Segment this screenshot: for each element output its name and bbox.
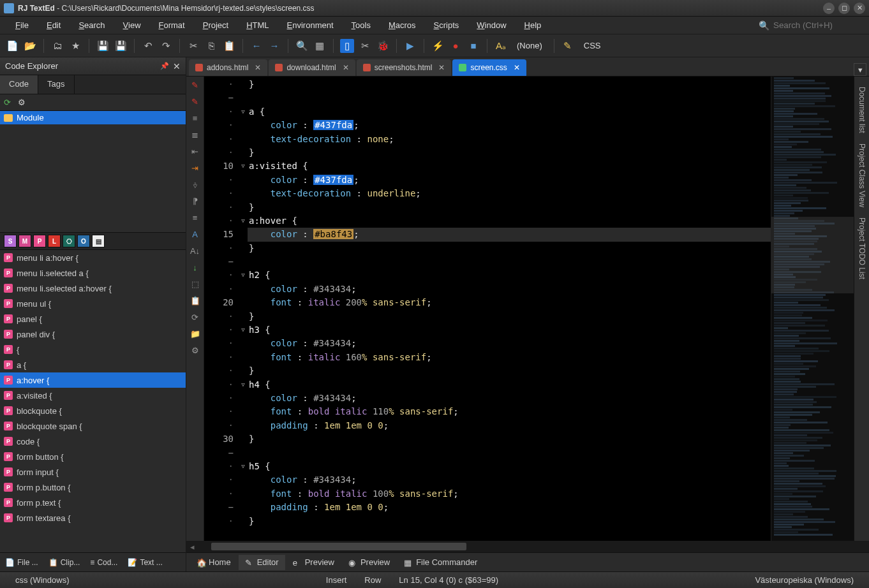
vicon[interactable]: 📋 xyxy=(189,295,201,306)
list-item[interactable]: Ppanel { xyxy=(0,311,186,327)
favorite-icon[interactable]: ★ xyxy=(68,39,82,53)
minimap-viewport[interactable] xyxy=(771,217,854,293)
gear-icon[interactable]: ⚙ xyxy=(18,98,28,108)
doc-tab[interactable]: screenshots.html✕ xyxy=(357,59,452,76)
horizontal-scrollbar[interactable]: ◂ xyxy=(186,541,869,552)
vicon[interactable]: ✎ xyxy=(189,96,201,107)
vicon[interactable]: ⚙ xyxy=(189,344,201,356)
scheme-icon[interactable]: Aₐ xyxy=(494,39,508,53)
run-icon[interactable]: ▶ xyxy=(403,39,417,53)
back-icon[interactable]: ← xyxy=(249,39,264,53)
list-item[interactable]: Pform input { xyxy=(0,464,186,480)
filter-badge[interactable]: ⎔ xyxy=(63,235,75,247)
bottom-tab-home[interactable]: 🏠Home xyxy=(190,555,237,570)
folder-icon[interactable]: 🗂 xyxy=(50,39,64,53)
bottom-tab-preview[interactable]: ePreview xyxy=(286,555,341,570)
cut-icon[interactable]: ✂ xyxy=(186,39,200,53)
list-item[interactable]: Pblockquote span { xyxy=(0,418,186,434)
menu-window[interactable]: Window xyxy=(468,18,515,33)
tree-item-module[interactable]: Module xyxy=(0,111,186,124)
search-input[interactable] xyxy=(773,20,863,30)
list-item[interactable]: Pmenu li.selected a:hover { xyxy=(0,281,186,296)
bottom-tab-editor[interactable]: ✎Editor xyxy=(239,555,285,570)
list-item[interactable]: Pform textarea { xyxy=(0,510,186,526)
rail-tab[interactable]: Project Class View xyxy=(858,138,866,212)
filter-badge[interactable]: ▤ xyxy=(92,235,105,247)
filter-badge[interactable]: L xyxy=(48,235,61,247)
vicon[interactable]: ⁋ xyxy=(189,195,201,207)
vicon[interactable]: ≡ xyxy=(189,112,201,124)
zoom-icon[interactable]: 🔍 xyxy=(295,39,309,53)
bottom-tab-preview[interactable]: ◉Preview xyxy=(342,555,396,570)
maximize-button[interactable]: ◻ xyxy=(838,3,850,14)
bottom-tab-file-commander[interactable]: ▦File Commander xyxy=(397,555,484,570)
menu-file[interactable]: File xyxy=(6,18,38,33)
list-item[interactable]: Pmenu li a:hover { xyxy=(0,250,186,265)
highlight-icon[interactable]: ▦ xyxy=(313,39,327,53)
bolt-icon[interactable]: ⚡ xyxy=(431,39,445,53)
record-icon[interactable]: ● xyxy=(449,39,463,53)
left-bottom-tab[interactable]: 📄File ... xyxy=(0,555,43,570)
close-tab-icon[interactable]: ✕ xyxy=(514,63,520,72)
left-bottom-tab[interactable]: 📋Clip... xyxy=(43,555,85,570)
panel-tab-code[interactable]: Code xyxy=(0,75,38,94)
vicon[interactable]: ≡ xyxy=(189,212,201,223)
list-item[interactable]: Ppanel div { xyxy=(0,327,186,342)
list-item[interactable]: Pa:hover { xyxy=(0,372,186,388)
panel-close-icon[interactable]: ✕ xyxy=(173,61,181,71)
doc-tab[interactable]: screen.css✕ xyxy=(452,59,526,76)
list-item[interactable]: Pform p.text { xyxy=(0,495,186,510)
list-item[interactable]: Pblockquote { xyxy=(0,403,186,418)
list-item[interactable]: Pa { xyxy=(0,357,186,372)
menu-macros[interactable]: Macros xyxy=(380,18,425,33)
menu-project[interactable]: Project xyxy=(194,18,237,33)
vicon[interactable]: ⎀ xyxy=(189,179,201,190)
close-tab-icon[interactable]: ✕ xyxy=(438,63,445,72)
lang-label[interactable]: CSS xyxy=(579,40,606,52)
left-bottom-tab[interactable]: ≡Cod... xyxy=(85,555,123,570)
minimize-button[interactable]: – xyxy=(823,3,835,14)
vicon[interactable]: ⟳ xyxy=(189,311,201,323)
vicon[interactable]: A xyxy=(189,228,201,240)
scrollbar-thumb[interactable] xyxy=(211,543,466,550)
close-button[interactable]: ✕ xyxy=(854,3,865,14)
save-icon[interactable]: 💾 xyxy=(96,39,110,53)
selector-list[interactable]: Pmenu li a:hover {Pmenu li.selected a {P… xyxy=(0,250,186,552)
tabs-dropdown-icon[interactable]: ▾ xyxy=(854,63,866,76)
filter-badge[interactable]: S xyxy=(4,235,17,247)
stop-icon[interactable]: ■ xyxy=(466,39,480,53)
open-file-icon[interactable]: 📂 xyxy=(23,39,37,53)
menu-help[interactable]: Help xyxy=(516,18,551,33)
refresh-icon[interactable]: ⟳ xyxy=(4,98,14,108)
list-item[interactable]: Pform button { xyxy=(0,449,186,464)
menu-edit[interactable]: Edit xyxy=(38,18,70,33)
panel-icon[interactable]: ▯ xyxy=(340,39,354,53)
list-item[interactable]: P{ xyxy=(0,342,186,357)
menu-format[interactable]: Format xyxy=(150,18,194,33)
close-tab-icon[interactable]: ✕ xyxy=(343,63,349,72)
redo-icon[interactable]: ↷ xyxy=(159,39,173,53)
tool-icon[interactable]: ✂ xyxy=(358,39,372,53)
menu-tools[interactable]: Tools xyxy=(343,18,380,33)
rail-tab[interactable]: Document list xyxy=(858,82,866,138)
pencil-icon[interactable]: ✎ xyxy=(561,39,575,53)
new-file-icon[interactable]: 📄 xyxy=(5,39,19,53)
vicon[interactable]: ↓ xyxy=(189,261,201,273)
doc-tab[interactable]: addons.html✕ xyxy=(189,59,267,76)
menu-search[interactable]: Search xyxy=(70,18,114,33)
list-item[interactable]: Pa:visited { xyxy=(0,388,186,403)
bug-icon[interactable]: 🐞 xyxy=(376,39,390,53)
vicon[interactable]: A↓ xyxy=(189,245,201,256)
forward-icon[interactable]: → xyxy=(267,39,281,53)
left-bottom-tab[interactable]: 📝Text ... xyxy=(123,555,167,570)
vicon[interactable]: ⇤ xyxy=(189,145,201,157)
save-all-icon[interactable]: 💾 xyxy=(114,39,128,53)
vicon[interactable]: 📁 xyxy=(189,328,201,339)
rail-tab[interactable]: Project TODO List xyxy=(858,212,866,284)
paste-icon[interactable]: 📋 xyxy=(222,39,236,53)
list-item[interactable]: Pform p.button { xyxy=(0,480,186,495)
vicon[interactable]: ≣ xyxy=(189,129,201,140)
code-editor[interactable]: 10152030 } a { color : #437fda; text-dec… xyxy=(204,77,854,541)
copy-icon[interactable]: ⎘ xyxy=(204,39,218,53)
pin-icon[interactable]: 📌 xyxy=(160,62,169,70)
